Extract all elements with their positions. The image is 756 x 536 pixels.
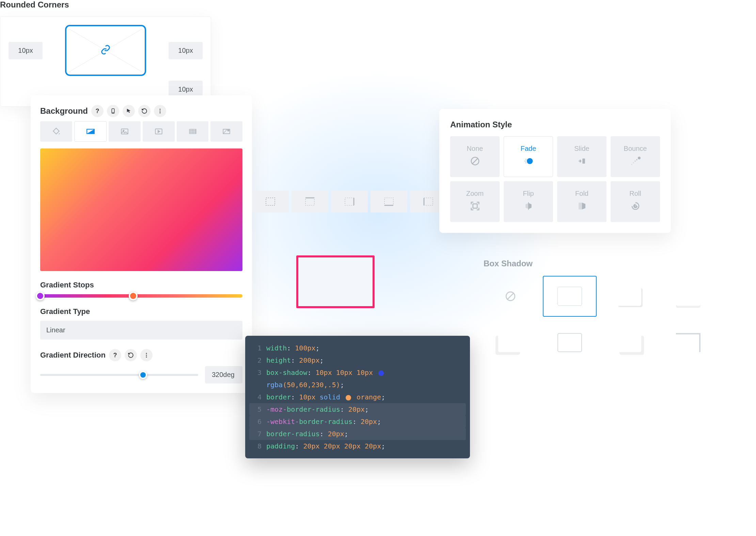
- shadow-option-4[interactable]: [484, 322, 537, 363]
- color-swatch-icon: [378, 371, 384, 376]
- svg-point-33: [638, 157, 641, 159]
- svg-line-41: [507, 293, 514, 300]
- border-right-button[interactable]: [331, 191, 368, 212]
- svg-point-2: [160, 109, 161, 110]
- slide-icon: [577, 156, 587, 169]
- gradient-direction-label: Gradient Direction: [40, 351, 106, 360]
- gradient-preview: [40, 148, 242, 271]
- svg-line-27: [472, 158, 478, 164]
- animation-option-none[interactable]: None: [450, 136, 500, 177]
- gradient-stop-1[interactable]: [36, 291, 45, 300]
- roll-icon: [630, 201, 641, 214]
- shadow-option-1[interactable]: [543, 276, 597, 317]
- shadow-option-7[interactable]: [661, 322, 715, 363]
- border-bottom-button[interactable]: [371, 191, 407, 212]
- code-editor[interactable]: 1width: 100px; 2height: 200px; 3box-shad…: [245, 336, 470, 458]
- svg-rect-17: [266, 198, 275, 205]
- flip-icon: [523, 201, 534, 214]
- animation-label: Flip: [523, 190, 534, 198]
- svg-point-13: [146, 355, 147, 356]
- more-icon[interactable]: [154, 105, 166, 117]
- fold-icon: [577, 201, 587, 214]
- animation-label: None: [467, 145, 483, 153]
- more-icon[interactable]: [140, 349, 153, 361]
- svg-point-28: [527, 158, 533, 164]
- color-swatch-icon: [346, 395, 351, 400]
- svg-point-3: [160, 111, 161, 112]
- mask-tab[interactable]: [210, 121, 242, 142]
- svg-rect-39: [579, 203, 582, 209]
- svg-point-36: [634, 160, 636, 162]
- shadow-option-5[interactable]: [543, 322, 597, 363]
- svg-point-11: [227, 130, 229, 131]
- shadow-option-3[interactable]: [661, 276, 715, 317]
- animation-option-flip[interactable]: Flip: [504, 181, 553, 222]
- border-all-button[interactable]: [252, 191, 289, 212]
- background-title: Background: [40, 106, 88, 116]
- background-title-row: Background ?: [40, 105, 242, 117]
- svg-rect-24: [424, 198, 433, 205]
- corner-top-left-input[interactable]: 10px: [9, 42, 43, 59]
- animation-option-roll[interactable]: Roll: [611, 181, 660, 222]
- help-icon[interactable]: ?: [91, 105, 104, 117]
- corner-link-toggle[interactable]: [65, 25, 146, 76]
- pattern-tab[interactable]: [177, 121, 209, 142]
- animation-label: Zoom: [466, 190, 484, 198]
- animation-option-slide[interactable]: Slide: [557, 136, 607, 177]
- animation-option-zoom[interactable]: Zoom: [450, 181, 500, 222]
- none-icon: [470, 156, 480, 169]
- svg-point-29: [525, 159, 526, 160]
- animation-option-fold[interactable]: Fold: [557, 181, 607, 222]
- border-top-button[interactable]: [292, 191, 328, 212]
- gradient-stop-2[interactable]: [129, 291, 138, 300]
- svg-point-37: [636, 159, 637, 160]
- reset-icon[interactable]: [138, 105, 151, 117]
- animation-panel: Animation Style None Fade Slide Bounce Z…: [439, 109, 671, 233]
- shadow-option-6[interactable]: [602, 322, 656, 363]
- slider-thumb[interactable]: [139, 371, 147, 379]
- svg-point-4: [160, 112, 161, 113]
- pointer-icon[interactable]: [123, 105, 135, 117]
- box-shadow-title: Box Shadow: [484, 259, 715, 268]
- animation-label: Slide: [574, 145, 589, 153]
- fade-icon: [523, 156, 534, 169]
- animation-label: Fade: [521, 145, 536, 153]
- rounded-corners-panel: Rounded Corners 10px 10px 10px: [0, 0, 211, 107]
- animation-label: Fold: [575, 190, 588, 198]
- gradient-direction-value[interactable]: 320deg: [205, 366, 242, 383]
- gradient-direction-slider[interactable]: [40, 374, 198, 376]
- border-preview-box: [296, 255, 375, 308]
- animation-option-fade[interactable]: Fade: [504, 136, 553, 177]
- video-tab[interactable]: [143, 121, 175, 142]
- svg-point-34: [631, 164, 632, 165]
- fill-tab[interactable]: [40, 121, 72, 142]
- svg-point-14: [146, 357, 147, 358]
- animation-label: Bounce: [624, 145, 647, 153]
- corner-top-right-input[interactable]: 10px: [169, 42, 203, 59]
- gradient-direction-control: 320deg: [40, 366, 242, 383]
- gradient-stops-label: Gradient Stops: [40, 281, 242, 289]
- help-icon[interactable]: ?: [109, 349, 121, 361]
- gradient-type-select[interactable]: Linear: [40, 321, 242, 340]
- background-panel: Background ? Gradient Stops Gradient Typ…: [31, 95, 252, 393]
- border-sides-row: [252, 191, 447, 212]
- svg-rect-38: [473, 204, 477, 208]
- tablet-icon[interactable]: [107, 105, 119, 117]
- svg-rect-32: [582, 159, 585, 164]
- svg-point-12: [146, 353, 147, 354]
- shadow-option-2[interactable]: [602, 276, 656, 317]
- reset-icon[interactable]: [125, 349, 137, 361]
- shadow-option-none[interactable]: [484, 276, 537, 317]
- animation-option-bounce[interactable]: Bounce: [611, 136, 660, 177]
- background-type-tabs: [40, 121, 242, 142]
- animation-label: Roll: [629, 190, 641, 198]
- gradient-tab[interactable]: [74, 121, 107, 142]
- svg-rect-22: [384, 198, 393, 205]
- animation-title: Animation Style: [450, 120, 660, 129]
- gradient-direction-row: Gradient Direction ?: [40, 349, 242, 361]
- box-shadow-panel: Box Shadow: [484, 259, 715, 363]
- gradient-stops-track[interactable]: [40, 294, 242, 298]
- svg-point-35: [633, 162, 634, 163]
- image-tab[interactable]: [109, 121, 141, 142]
- svg-rect-18: [305, 198, 314, 205]
